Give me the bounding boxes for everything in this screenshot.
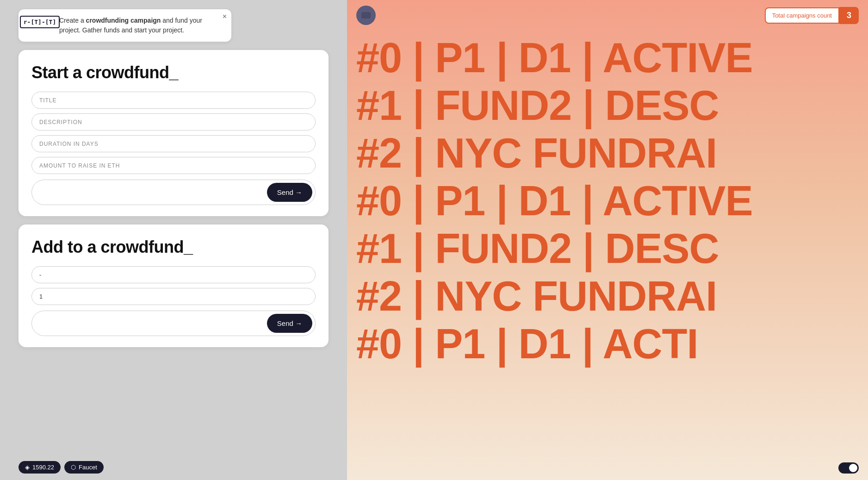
add-id-input[interactable] — [39, 271, 308, 278]
create-form-title: Start a crowdfund_ — [31, 63, 316, 82]
marquee-line-4: #1 | FUND2 | DESC — [356, 226, 868, 272]
add-form-fields: Send → — [31, 266, 316, 336]
create-form-fields: Send → — [31, 92, 316, 205]
total-campaigns-label: Total campaigns count — [765, 7, 839, 24]
create-send-button[interactable]: Send → — [267, 183, 312, 202]
faucet-button[interactable]: ⬡ Faucet — [64, 461, 104, 474]
campaigns-marquee: #0 | P1 | D1 | ACTIVE #1 | FUND2 | DESC … — [347, 31, 868, 480]
eth-icon: ◈ — [25, 464, 30, 471]
marquee-line-3: #0 | P1 | D1 | ACTIVE — [356, 178, 868, 224]
tooltip-text: Create a crowdfunding campaign and fund … — [59, 16, 213, 35]
description-input[interactable] — [39, 118, 308, 125]
marquee-line-5: #2 | NYC FUNDRAI — [356, 274, 868, 319]
amount-input-group — [31, 157, 316, 174]
toggle-switch[interactable] — [838, 462, 859, 474]
amount-input[interactable] — [39, 162, 308, 169]
title-input[interactable] — [39, 97, 308, 104]
right-topbar: Total campaigns count 3 — [347, 0, 868, 31]
add-id-input-group — [31, 266, 316, 283]
marquee-line-1: #1 | FUND2 | DESC — [356, 83, 868, 129]
balance-badge: ◈ 1590.22 — [19, 461, 61, 474]
add-send-row: Send → — [31, 311, 316, 336]
add-crowdfund-card: Add to a crowdfund_ Send → — [19, 224, 329, 347]
marquee-line-6: #0 | P1 | D1 | ACTI — [356, 321, 868, 367]
camera-icon — [356, 6, 376, 25]
add-form-title: Add to a crowdfund_ — [31, 237, 316, 257]
title-input-group — [31, 92, 316, 109]
duration-input-group — [31, 135, 316, 152]
duration-input[interactable] — [39, 140, 308, 147]
marquee-line-0: #0 | P1 | D1 | ACTIVE — [356, 35, 868, 81]
create-send-row: Send → — [31, 180, 316, 205]
add-send-button[interactable]: Send → — [267, 314, 312, 333]
description-input-group — [31, 113, 316, 131]
faucet-label: Faucet — [79, 464, 97, 471]
total-campaigns-badge: Total campaigns count 3 — [765, 7, 859, 24]
add-amount-input-group — [31, 288, 316, 305]
balance-value: 1590.22 — [32, 464, 54, 471]
tooltip-close-button[interactable]: × — [223, 13, 227, 20]
faucet-icon: ⬡ — [71, 464, 76, 471]
marquee-line-2: #2 | NYC FUNDRAI — [356, 131, 868, 176]
toggle-knob — [849, 464, 857, 472]
logo-box: r-[T]-[T] — [26, 16, 54, 28]
create-crowdfund-card: Start a crowdfund_ Send → — [19, 50, 329, 216]
logo-text: r-[T]-[T] — [20, 16, 60, 28]
add-amount-input[interactable] — [39, 293, 308, 300]
bottom-bar: ◈ 1590.22 ⬡ Faucet — [19, 461, 104, 474]
total-campaigns-count: 3 — [839, 7, 859, 24]
left-panel: r-[T]-[T] Create a crowdfunding campaign… — [0, 0, 347, 480]
right-panel: Total campaigns count 3 #0 | P1 | D1 | A… — [347, 0, 868, 480]
info-tooltip: r-[T]-[T] Create a crowdfunding campaign… — [19, 9, 231, 42]
